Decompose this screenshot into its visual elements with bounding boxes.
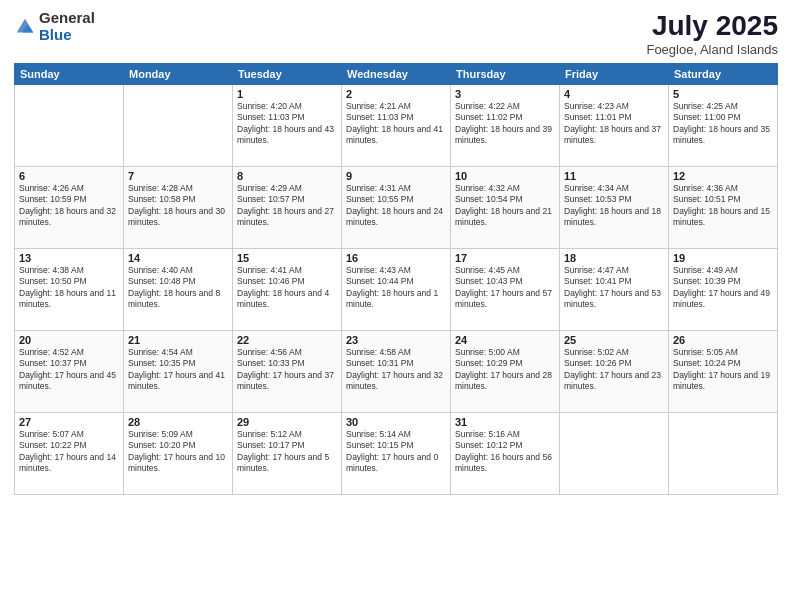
logo: General Blue [14,10,95,43]
day-number: 17 [455,252,555,264]
day-info: Sunrise: 4:54 AMSunset: 10:35 PMDaylight… [128,347,228,393]
day-info: Sunrise: 5:16 AMSunset: 10:12 PMDaylight… [455,429,555,475]
weekday-header: Wednesday [342,64,451,85]
day-info: Sunrise: 4:29 AMSunset: 10:57 PMDaylight… [237,183,337,229]
calendar-cell: 26Sunrise: 5:05 AMSunset: 10:24 PMDaylig… [669,331,778,413]
day-info: Sunrise: 4:49 AMSunset: 10:39 PMDaylight… [673,265,773,311]
day-info: Sunrise: 5:00 AMSunset: 10:29 PMDaylight… [455,347,555,393]
weekday-header: Monday [124,64,233,85]
calendar-cell: 8Sunrise: 4:29 AMSunset: 10:57 PMDayligh… [233,167,342,249]
day-info: Sunrise: 4:36 AMSunset: 10:51 PMDaylight… [673,183,773,229]
calendar-cell: 9Sunrise: 4:31 AMSunset: 10:55 PMDayligh… [342,167,451,249]
weekday-header: Tuesday [233,64,342,85]
calendar-cell: 27Sunrise: 5:07 AMSunset: 10:22 PMDaylig… [15,413,124,495]
header: General Blue July 2025 Foegloe, Aland Is… [14,10,778,57]
title-block: July 2025 Foegloe, Aland Islands [646,10,778,57]
day-number: 5 [673,88,773,100]
day-number: 2 [346,88,446,100]
weekday-header: Friday [560,64,669,85]
calendar-cell: 28Sunrise: 5:09 AMSunset: 10:20 PMDaylig… [124,413,233,495]
calendar-table: SundayMondayTuesdayWednesdayThursdayFrid… [14,63,778,495]
calendar-cell: 1Sunrise: 4:20 AMSunset: 11:03 PMDayligh… [233,85,342,167]
day-number: 1 [237,88,337,100]
day-info: Sunrise: 5:02 AMSunset: 10:26 PMDaylight… [564,347,664,393]
day-info: Sunrise: 4:56 AMSunset: 10:33 PMDaylight… [237,347,337,393]
page: General Blue July 2025 Foegloe, Aland Is… [0,0,792,612]
calendar-cell: 20Sunrise: 4:52 AMSunset: 10:37 PMDaylig… [15,331,124,413]
calendar-week-row: 1Sunrise: 4:20 AMSunset: 11:03 PMDayligh… [15,85,778,167]
calendar-cell: 31Sunrise: 5:16 AMSunset: 10:12 PMDaylig… [451,413,560,495]
day-info: Sunrise: 5:07 AMSunset: 10:22 PMDaylight… [19,429,119,475]
logo-text: General Blue [39,10,95,43]
weekday-header: Thursday [451,64,560,85]
calendar-cell: 19Sunrise: 4:49 AMSunset: 10:39 PMDaylig… [669,249,778,331]
day-info: Sunrise: 4:23 AMSunset: 11:01 PMDaylight… [564,101,664,147]
day-number: 25 [564,334,664,346]
day-number: 19 [673,252,773,264]
day-number: 11 [564,170,664,182]
day-info: Sunrise: 4:58 AMSunset: 10:31 PMDaylight… [346,347,446,393]
calendar-cell: 6Sunrise: 4:26 AMSunset: 10:59 PMDayligh… [15,167,124,249]
location: Foegloe, Aland Islands [646,42,778,57]
logo-icon [14,16,36,38]
day-info: Sunrise: 4:26 AMSunset: 10:59 PMDaylight… [19,183,119,229]
calendar-cell: 30Sunrise: 5:14 AMSunset: 10:15 PMDaylig… [342,413,451,495]
day-number: 4 [564,88,664,100]
day-info: Sunrise: 5:05 AMSunset: 10:24 PMDaylight… [673,347,773,393]
day-number: 6 [19,170,119,182]
calendar-cell: 10Sunrise: 4:32 AMSunset: 10:54 PMDaylig… [451,167,560,249]
month-title: July 2025 [646,10,778,42]
day-number: 23 [346,334,446,346]
day-number: 13 [19,252,119,264]
day-info: Sunrise: 5:12 AMSunset: 10:17 PMDaylight… [237,429,337,475]
day-info: Sunrise: 5:09 AMSunset: 10:20 PMDaylight… [128,429,228,475]
day-info: Sunrise: 4:21 AMSunset: 11:03 PMDaylight… [346,101,446,147]
day-info: Sunrise: 4:38 AMSunset: 10:50 PMDaylight… [19,265,119,311]
calendar-cell: 17Sunrise: 4:45 AMSunset: 10:43 PMDaylig… [451,249,560,331]
calendar-cell: 13Sunrise: 4:38 AMSunset: 10:50 PMDaylig… [15,249,124,331]
logo-blue-text: Blue [39,27,95,44]
day-number: 12 [673,170,773,182]
calendar-cell: 16Sunrise: 4:43 AMSunset: 10:44 PMDaylig… [342,249,451,331]
day-info: Sunrise: 4:22 AMSunset: 11:02 PMDaylight… [455,101,555,147]
day-info: Sunrise: 4:25 AMSunset: 11:00 PMDaylight… [673,101,773,147]
day-number: 30 [346,416,446,428]
calendar-cell: 12Sunrise: 4:36 AMSunset: 10:51 PMDaylig… [669,167,778,249]
day-number: 16 [346,252,446,264]
day-number: 18 [564,252,664,264]
calendar-cell: 4Sunrise: 4:23 AMSunset: 11:01 PMDayligh… [560,85,669,167]
calendar-cell: 3Sunrise: 4:22 AMSunset: 11:02 PMDayligh… [451,85,560,167]
day-info: Sunrise: 4:31 AMSunset: 10:55 PMDaylight… [346,183,446,229]
calendar-cell: 2Sunrise: 4:21 AMSunset: 11:03 PMDayligh… [342,85,451,167]
weekday-header: Saturday [669,64,778,85]
day-info: Sunrise: 4:41 AMSunset: 10:46 PMDaylight… [237,265,337,311]
calendar-cell: 15Sunrise: 4:41 AMSunset: 10:46 PMDaylig… [233,249,342,331]
day-info: Sunrise: 4:34 AMSunset: 10:53 PMDaylight… [564,183,664,229]
calendar-cell: 24Sunrise: 5:00 AMSunset: 10:29 PMDaylig… [451,331,560,413]
day-info: Sunrise: 4:47 AMSunset: 10:41 PMDaylight… [564,265,664,311]
calendar-week-row: 20Sunrise: 4:52 AMSunset: 10:37 PMDaylig… [15,331,778,413]
day-number: 28 [128,416,228,428]
weekday-header: Sunday [15,64,124,85]
calendar-week-row: 6Sunrise: 4:26 AMSunset: 10:59 PMDayligh… [15,167,778,249]
calendar-cell: 22Sunrise: 4:56 AMSunset: 10:33 PMDaylig… [233,331,342,413]
calendar-cell: 7Sunrise: 4:28 AMSunset: 10:58 PMDayligh… [124,167,233,249]
calendar-cell [669,413,778,495]
calendar-cell [560,413,669,495]
calendar-cell: 21Sunrise: 4:54 AMSunset: 10:35 PMDaylig… [124,331,233,413]
day-info: Sunrise: 4:40 AMSunset: 10:48 PMDaylight… [128,265,228,311]
day-number: 20 [19,334,119,346]
day-info: Sunrise: 4:52 AMSunset: 10:37 PMDaylight… [19,347,119,393]
calendar-cell: 29Sunrise: 5:12 AMSunset: 10:17 PMDaylig… [233,413,342,495]
calendar-cell [124,85,233,167]
day-info: Sunrise: 4:28 AMSunset: 10:58 PMDaylight… [128,183,228,229]
day-info: Sunrise: 4:32 AMSunset: 10:54 PMDaylight… [455,183,555,229]
day-number: 8 [237,170,337,182]
day-info: Sunrise: 4:45 AMSunset: 10:43 PMDaylight… [455,265,555,311]
day-info: Sunrise: 5:14 AMSunset: 10:15 PMDaylight… [346,429,446,475]
day-number: 21 [128,334,228,346]
calendar-week-row: 13Sunrise: 4:38 AMSunset: 10:50 PMDaylig… [15,249,778,331]
calendar-cell: 11Sunrise: 4:34 AMSunset: 10:53 PMDaylig… [560,167,669,249]
day-number: 15 [237,252,337,264]
calendar-cell: 14Sunrise: 4:40 AMSunset: 10:48 PMDaylig… [124,249,233,331]
